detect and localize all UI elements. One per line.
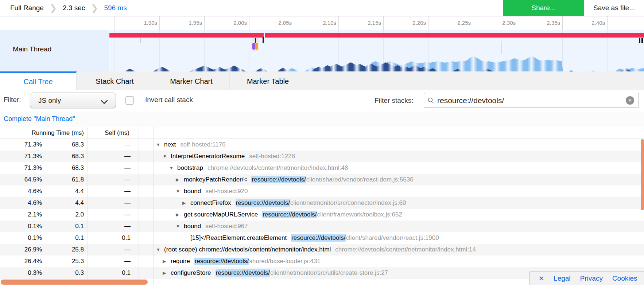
function-name: bound xyxy=(184,188,201,195)
call-tree-row[interactable]: 71.3%68.3—▼bootstrapchrome://devtools/co… xyxy=(0,162,644,174)
save-as-file-button[interactable]: Save as file... xyxy=(584,0,644,16)
cookies-link[interactable]: Cookies xyxy=(612,274,637,282)
expander-closed-icon[interactable]: ▶ xyxy=(176,212,184,217)
ruler-tick-label: 1.90s xyxy=(130,20,157,26)
tree-cell: ▼bootstrapchrome://devtools/content/netm… xyxy=(153,164,644,172)
running-time-value: 68.3 xyxy=(42,164,84,172)
call-tree-row[interactable]: 4.6%4.4—▶connectFirefoxresource://devtoo… xyxy=(0,197,644,209)
legal-link[interactable]: Legal xyxy=(554,274,571,282)
call-tree-row[interactable]: 71.3%68.3—▼nextself-hosted:1176 xyxy=(0,139,644,151)
privacy-link[interactable]: Privacy xyxy=(580,274,603,282)
horizontal-scrollbar[interactable] xyxy=(1,280,148,285)
ruler-tick-label: 2.30s xyxy=(489,20,516,26)
activity-graph[interactable] xyxy=(109,30,644,71)
ruler-tick-label: 2.35s xyxy=(533,20,560,26)
call-tree-row[interactable]: 0.1%0.1—▼boundself-hosted:967 xyxy=(0,220,644,232)
tick-black-3[interactable] xyxy=(639,38,640,43)
expander-open-icon[interactable]: ▼ xyxy=(163,154,171,159)
running-time-percent: 2.1% xyxy=(0,211,42,218)
call-tree-row[interactable]: 26.9%25.8—▼(root scope) chrome://devtool… xyxy=(0,244,644,255)
tick-cyan[interactable] xyxy=(501,41,501,54)
tab-stack-chart[interactable]: Stack Chart xyxy=(77,71,153,90)
selection-breadcrumb-row: Complete "Main Thread" xyxy=(0,112,644,127)
expander-open-icon[interactable]: ▼ xyxy=(156,142,164,147)
search-match-highlight: resource://devtools/ xyxy=(262,211,317,218)
expander-open-icon[interactable]: ▼ xyxy=(176,224,184,229)
call-tree-row[interactable]: 64.5%61.8—▶monkeyPatchRender/<resource:/… xyxy=(0,174,644,186)
invert-call-stack-label[interactable]: Invert call stack xyxy=(145,96,193,104)
main-thread-track[interactable]: Main Thread xyxy=(0,30,644,71)
expander-open-icon[interactable]: ▼ xyxy=(176,189,184,194)
tick-black-2[interactable] xyxy=(263,37,264,43)
tree-cell: ▶monkeyPatchRender/<resource://devtools/… xyxy=(153,176,644,183)
function-name: next xyxy=(164,141,176,148)
dropdown-value: JS only xyxy=(38,97,61,105)
call-tree-row[interactable]: 0.1%0.10.1[15]</ReactElement.createEleme… xyxy=(0,232,644,244)
tick-black-4[interactable] xyxy=(641,38,643,43)
marker-purple[interactable] xyxy=(252,43,255,50)
ruler-tick-label: 2.10s xyxy=(309,20,336,26)
source-url: chrome://devtools/content/netmonitor/ind… xyxy=(335,246,476,253)
source-url: self-hosted:967 xyxy=(205,223,248,230)
vertical-scrollbar[interactable] xyxy=(641,139,644,210)
ruler-tick-label: 2.20s xyxy=(399,20,426,26)
ruler-gridline xyxy=(159,16,160,30)
tab-marker-table[interactable]: Marker Table xyxy=(230,71,306,90)
track-sidebar[interactable]: Main Thread xyxy=(0,30,109,71)
running-time-value: 68.3 xyxy=(42,141,84,148)
source-url: resource://devtools/shared/base-loader.j… xyxy=(194,258,321,265)
column-running-time[interactable]: Running Time (ms) xyxy=(0,129,84,137)
search-input[interactable] xyxy=(437,95,624,106)
ruler-gridline xyxy=(204,16,205,30)
share-button[interactable]: Share... xyxy=(503,0,584,16)
running-time-value: 0.1 xyxy=(42,234,84,242)
self-time-value: — xyxy=(88,153,139,160)
expander-closed-icon[interactable]: ▶ xyxy=(176,177,184,182)
call-tree-row[interactable]: 26.4%25.3—▶requireresource://devtools/sh… xyxy=(0,255,644,267)
running-time-value: 2.0 xyxy=(42,211,84,218)
tab-marker-chart[interactable]: Marker Chart xyxy=(153,71,230,90)
expander-closed-icon[interactable]: ▶ xyxy=(163,259,171,264)
search-match-highlight: resource://devtools/ xyxy=(194,258,249,265)
call-tree-row[interactable]: 2.1%2.0—▶get sourceMapURLServiceresource… xyxy=(0,209,644,220)
track-content[interactable] xyxy=(109,30,644,71)
invert-call-stack-checkbox[interactable] xyxy=(125,96,134,105)
tab-call-tree[interactable]: Call Tree xyxy=(0,71,77,90)
expander-open-icon[interactable]: ▼ xyxy=(156,247,164,252)
breadcrumb-full-range[interactable]: Full Range xyxy=(0,4,50,12)
expander-closed-icon[interactable]: ▶ xyxy=(163,270,171,276)
breadcrumb-2-3-sec[interactable]: 2.3 sec xyxy=(57,4,91,12)
running-time-value: 61.8 xyxy=(42,176,84,183)
js-only-dropdown[interactable]: JS only xyxy=(30,93,116,108)
complete-main-thread-link[interactable]: Complete "Main Thread" xyxy=(4,115,75,123)
marker-orange[interactable] xyxy=(255,43,258,50)
filter-stacks-searchbox: ✕ xyxy=(424,93,639,108)
tick-gray[interactable] xyxy=(140,38,141,43)
call-tree-body: 71.3%68.3—▼nextself-hosted:117671.3%68.3… xyxy=(0,139,644,285)
call-tree-row[interactable]: 71.3%68.3—▼InterpretGeneratorResumeself-… xyxy=(0,151,644,162)
running-time-percent: 26.9% xyxy=(0,246,42,253)
ruler-tick-label: 2.40s xyxy=(578,20,605,26)
tick-black-1[interactable] xyxy=(255,38,256,43)
call-tree-row[interactable]: 4.6%4.4—▼boundself-hosted:920 xyxy=(0,186,644,197)
function-name: configureStore xyxy=(171,269,211,277)
breadcrumb-596-ms[interactable]: 596 ms xyxy=(98,4,132,12)
self-time-value: 0.1 xyxy=(88,234,139,242)
close-icon[interactable]: ✕ xyxy=(539,274,544,282)
chevron-down-icon xyxy=(101,97,108,104)
expander-closed-icon[interactable]: ▶ xyxy=(182,200,190,206)
function-name: connectFirefox xyxy=(190,199,231,207)
function-name: [15]</ReactElement.createElement xyxy=(190,234,287,242)
running-time-percent: 0.1% xyxy=(0,223,42,230)
column-self[interactable]: Self (ms) xyxy=(88,129,129,137)
filter-stacks-label: Filter stacks: xyxy=(375,97,414,105)
self-time-value: — xyxy=(88,188,139,195)
track-label: Main Thread xyxy=(13,45,51,53)
self-time-value: — xyxy=(88,164,139,172)
clear-search-icon[interactable]: ✕ xyxy=(626,96,634,105)
source-url: self-hosted:1228 xyxy=(249,153,295,160)
expander-open-icon[interactable]: ▼ xyxy=(169,165,177,171)
timeline-ruler[interactable]: 1.90s1.95s2.00s2.05s2.10s2.15s2.20s2.25s… xyxy=(0,16,644,30)
source-url: resource://devtools/client/netmonitor/sr… xyxy=(236,199,406,207)
search-match-highlight: resource://devtools/ xyxy=(236,199,290,207)
